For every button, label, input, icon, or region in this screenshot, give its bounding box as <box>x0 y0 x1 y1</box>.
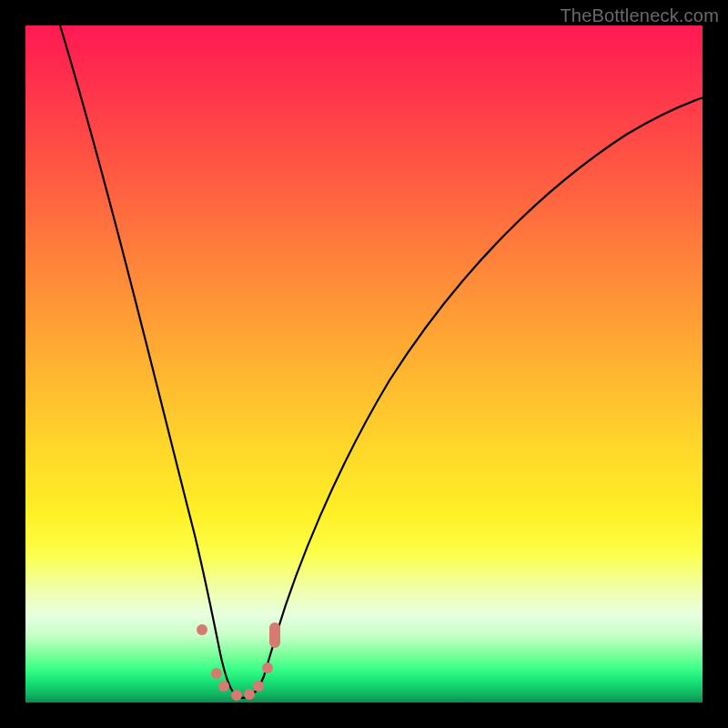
svg-point-5 <box>253 681 264 692</box>
bottleneck-curve <box>25 25 703 703</box>
curve-left <box>57 25 220 653</box>
svg-point-2 <box>218 681 229 692</box>
chart-frame: TheBottleneck.com <box>0 0 728 728</box>
svg-point-1 <box>211 668 222 679</box>
plot-area <box>25 25 703 703</box>
watermark-text: TheBottleneck.com <box>560 5 719 26</box>
curve-right <box>277 95 703 633</box>
svg-point-6 <box>262 662 273 673</box>
svg-point-0 <box>197 624 207 635</box>
svg-point-4 <box>244 689 255 700</box>
svg-rect-7 <box>269 622 280 648</box>
svg-point-3 <box>231 690 242 701</box>
